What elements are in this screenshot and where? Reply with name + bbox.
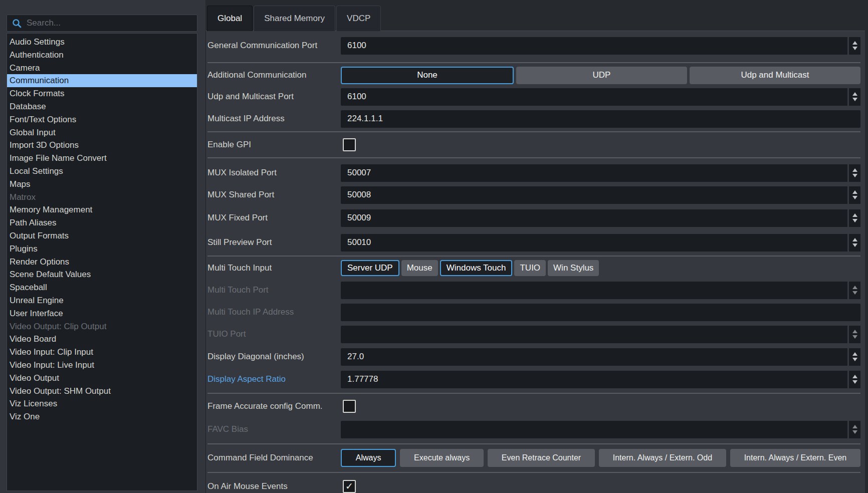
display-aspect-ratio-label[interactable]: Display Aspect Ratio	[207, 374, 341, 384]
on-air-mouse-events-checkbox[interactable]: ✓	[343, 480, 356, 493]
display-diagonal-inches-input[interactable]: 27.0	[341, 348, 860, 366]
tuio-port-input	[341, 326, 860, 343]
row-udp-and-multicast-port: Udp and Multicast Port6100	[207, 88, 860, 106]
spinner-down-icon	[852, 174, 857, 177]
option-udp-and-multicast-button[interactable]: Udp and Multicast	[690, 67, 860, 84]
option-execute-always-button[interactable]: Execute always	[400, 449, 484, 467]
sidebar-item-spaceball[interactable]: Spaceball	[7, 281, 197, 294]
frame-accurate-config-comm-checkbox[interactable]	[343, 400, 356, 413]
sidebar-item-import-3d-options[interactable]: Import 3D Options	[7, 139, 197, 152]
sidebar-item-authentication[interactable]: Authentication	[7, 49, 197, 62]
still-preview-port-spinner[interactable]	[847, 234, 860, 252]
general-communication-port-input[interactable]: 6100	[341, 37, 860, 55]
search-input[interactable]	[27, 18, 192, 28]
sidebar-item-global-input[interactable]: Global Input	[7, 126, 197, 139]
display-diagonal-inches-spinner[interactable]	[847, 348, 860, 366]
option-windows-touch-button[interactable]: Windows Touch	[440, 260, 513, 276]
spinner-up-icon	[852, 352, 857, 356]
sidebar-item-maps[interactable]: Maps	[7, 178, 197, 191]
option-none-button[interactable]: None	[341, 67, 514, 84]
row-favc-bias: FAVC Bias	[207, 420, 860, 438]
sidebar-item-camera[interactable]: Camera	[7, 62, 197, 75]
option-mouse-button[interactable]: Mouse	[401, 260, 438, 276]
option-even-retrace-counter-button[interactable]: Even Retrace Counter	[488, 449, 595, 467]
sidebar-item-output-formats[interactable]: Output Formats	[7, 229, 197, 242]
sidebar-item-unreal-engine[interactable]: Unreal Engine	[7, 294, 197, 307]
row-on-air-mouse-events: On Air Mouse Events✓	[207, 477, 860, 493]
mux-isolated-port-input[interactable]: 50007	[341, 164, 860, 182]
sidebar-item-viz-licenses[interactable]: Viz Licenses	[7, 397, 197, 410]
multicast-ip-address-value: 224.1.1.1	[341, 110, 860, 128]
option-intern-always-extern-odd-button[interactable]: Intern. Always / Extern. Odd	[599, 449, 726, 467]
display-aspect-ratio-input[interactable]: 1.77778	[341, 371, 860, 388]
sidebar-item-video-board[interactable]: Video Board	[7, 333, 197, 346]
settings-category-list: Audio SettingsAuthenticationCameraCommun…	[7, 33, 197, 491]
multi-touch-input-button-group: Server UDPMouseWindows TouchTUIOWin Styl…	[341, 260, 860, 276]
multicast-ip-address-input[interactable]: 224.1.1.1	[341, 110, 860, 128]
spinner-down-icon	[852, 47, 857, 50]
spinner-down-icon	[852, 291, 857, 295]
multi-touch-ip-address-value	[341, 304, 860, 321]
mux-shared-port-spinner[interactable]	[847, 186, 860, 204]
sidebar-item-video-output-shm-output[interactable]: Video Output: SHM Output	[7, 385, 197, 398]
mux-shared-port-input[interactable]: 50008	[341, 186, 860, 204]
spinner-up-icon	[852, 41, 857, 45]
option-server-udp-button[interactable]: Server UDP	[341, 260, 399, 276]
favc-bias-spinner	[847, 421, 860, 438]
udp-and-multicast-port-input[interactable]: 6100	[341, 88, 860, 106]
sidebar-item-clock-formats[interactable]: Clock Formats	[7, 87, 197, 100]
sidebar-item-scene-default-values[interactable]: Scene Default Values	[7, 268, 197, 281]
option-intern-always-extern-even-button[interactable]: Intern. Always / Extern. Even	[730, 449, 860, 467]
spinner-up-icon	[852, 213, 857, 217]
tuio-port-control	[341, 325, 860, 343]
sidebar-item-video-output[interactable]: Video Output	[7, 372, 197, 385]
tab-vdcp[interactable]: VDCP	[336, 6, 381, 31]
multi-touch-ip-address-input	[341, 304, 860, 321]
spinner-down-icon	[852, 430, 857, 434]
sidebar-item-path-aliases[interactable]: Path Aliases	[7, 216, 197, 229]
sidebar-item-viz-one[interactable]: Viz One	[7, 410, 197, 423]
mux-shared-port-control: 50008	[341, 186, 860, 204]
multi-touch-ip-address-label: Multi Touch IP Address	[207, 307, 341, 317]
sidebar-item-user-interface[interactable]: User Interface	[7, 307, 197, 320]
multi-touch-port-label: Multi Touch Port	[207, 285, 341, 295]
display-aspect-ratio-spinner[interactable]	[847, 371, 860, 388]
sidebar-item-image-file-name-convert[interactable]: Image File Name Convert	[7, 152, 197, 165]
row-display-diagonal-inches: Display Diagonal (inches)27.0	[207, 348, 860, 366]
mux-fixed-port-spinner[interactable]	[847, 209, 860, 227]
still-preview-port-input[interactable]: 50010	[341, 234, 860, 252]
section-divider	[207, 131, 860, 132]
enable-gpi-control	[341, 136, 860, 154]
option-always-button[interactable]: Always	[341, 449, 396, 467]
sidebar-item-render-options[interactable]: Render Options	[7, 256, 197, 269]
settings-panel: General Communication Port6100Additional…	[205, 31, 865, 493]
search-box[interactable]	[7, 15, 197, 32]
additional-communication-label: Additional Communication	[207, 70, 341, 80]
sidebar-item-plugins[interactable]: Plugins	[7, 242, 197, 256]
sidebar-item-database[interactable]: Database	[7, 100, 197, 113]
tab-shared-memory[interactable]: Shared Memory	[254, 6, 335, 31]
still-preview-port-label: Still Preview Port	[207, 237, 341, 248]
sidebar-item-local-settings[interactable]: Local Settings	[7, 165, 197, 178]
option-tuio-button[interactable]: TUIO	[514, 260, 546, 276]
udp-and-multicast-port-spinner[interactable]	[847, 88, 860, 106]
mux-fixed-port-input[interactable]: 50009	[341, 209, 860, 227]
multi-touch-port-spinner	[847, 282, 860, 299]
additional-communication-button-group: NoneUDPUdp and Multicast	[341, 67, 860, 84]
option-win-stylus-button[interactable]: Win Stylus	[548, 260, 599, 276]
sidebar-item-audio-settings[interactable]: Audio Settings	[7, 36, 197, 49]
mux-isolated-port-spinner[interactable]	[847, 164, 860, 182]
tab-global[interactable]: Global	[207, 6, 253, 31]
spinner-up-icon	[852, 330, 857, 333]
sidebar-item-video-input-live-input[interactable]: Video Input: Live Input	[7, 359, 197, 372]
sidebar-item-video-input-clip-input[interactable]: Video Input: Clip Input	[7, 346, 197, 359]
enable-gpi-checkbox[interactable]	[343, 138, 356, 151]
sidebar-item-communication[interactable]: Communication	[7, 74, 197, 87]
sidebar-item-memory-management[interactable]: Memory Management	[7, 203, 197, 216]
row-command-field-dominance: Command Field DominanceAlwaysExecute alw…	[207, 449, 860, 467]
option-udp-button[interactable]: UDP	[516, 67, 687, 84]
sidebar-item-matrox: Matrox	[7, 191, 197, 204]
spinner-down-icon	[852, 98, 857, 101]
sidebar-item-font-text-options[interactable]: Font/Text Options	[7, 113, 197, 126]
general-communication-port-spinner[interactable]	[847, 37, 860, 55]
